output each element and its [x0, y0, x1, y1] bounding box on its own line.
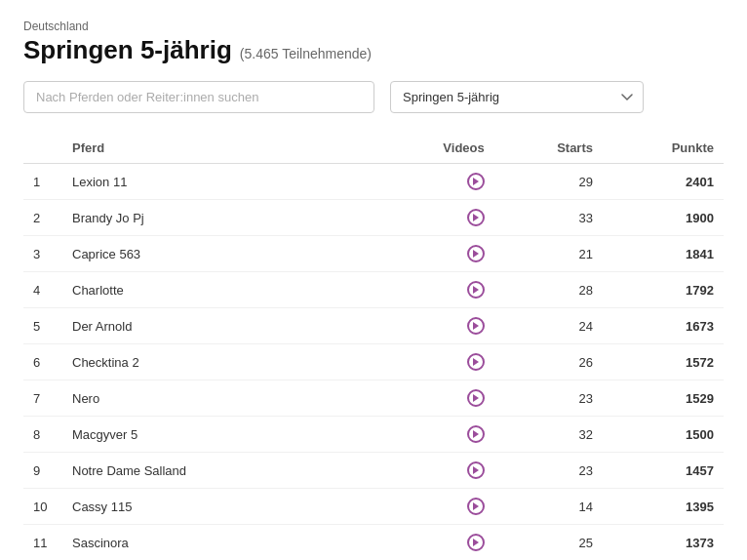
cell-horse-name: Charlotte: [62, 272, 375, 308]
cell-points: 1572: [603, 344, 724, 380]
table-row[interactable]: 5Der Arnold241673: [23, 308, 724, 344]
col-horse: Pferd: [62, 133, 375, 164]
cell-rank: 9: [23, 453, 62, 489]
table-row[interactable]: 6Checktina 2261572: [23, 344, 724, 380]
cell-rank: 4: [23, 272, 62, 308]
cell-video: [375, 453, 494, 489]
cell-video: [375, 380, 494, 417]
cell-points: 2401: [603, 164, 724, 200]
col-points: Punkte: [603, 133, 724, 164]
cell-starts: 21: [494, 236, 603, 272]
video-play-icon[interactable]: [467, 389, 485, 407]
cell-horse-name: Checktina 2: [62, 344, 375, 380]
cell-points: 1457: [603, 453, 724, 489]
video-play-icon[interactable]: [467, 173, 485, 190]
cell-horse-name: Nero: [62, 380, 375, 417]
cell-video: [375, 417, 494, 453]
cell-horse-name: Caprice 563: [62, 236, 375, 272]
cell-video: [375, 489, 494, 525]
cell-points: 1673: [603, 308, 724, 344]
cell-horse-name: Macgyver 5: [62, 417, 375, 453]
cell-rank: 1: [23, 164, 62, 200]
cell-horse-name: Brandy Jo Pj: [62, 200, 375, 236]
cell-rank: 8: [23, 417, 62, 453]
table-row[interactable]: 3Caprice 563211841: [23, 236, 724, 272]
cell-starts: 23: [494, 453, 603, 489]
cell-horse-name: Cassy 115: [62, 489, 375, 525]
cell-horse-name: Lexion 11: [62, 164, 375, 200]
cell-points: 1841: [603, 236, 724, 272]
table-row[interactable]: 9Notre Dame Salland231457: [23, 453, 724, 489]
video-play-icon[interactable]: [467, 353, 485, 371]
col-starts: Starts: [494, 133, 603, 164]
cell-starts: 33: [494, 200, 603, 236]
cell-points: 1792: [603, 272, 724, 308]
video-play-icon[interactable]: [467, 209, 485, 226]
cell-starts: 25: [494, 525, 603, 561]
video-play-icon[interactable]: [467, 461, 485, 479]
cell-starts: 28: [494, 272, 603, 308]
cell-rank: 10: [23, 489, 62, 525]
cell-video: [375, 200, 494, 236]
cell-starts: 26: [494, 344, 603, 380]
page-title: Springen 5-jährig(5.465 Teilnehmende): [23, 35, 724, 65]
cell-video: [375, 272, 494, 308]
cell-starts: 29: [494, 164, 603, 200]
cell-starts: 14: [494, 489, 603, 525]
video-play-icon[interactable]: [467, 425, 485, 443]
video-play-icon[interactable]: [467, 317, 485, 335]
cell-points: 1500: [603, 417, 724, 453]
table-row[interactable]: 1Lexion 11292401: [23, 164, 724, 200]
rankings-table: Pferd Videos Starts Punkte 1Lexion 11292…: [23, 133, 724, 560]
search-input[interactable]: [23, 81, 374, 113]
table-row[interactable]: 11Sascinora251373: [23, 525, 724, 561]
cell-rank: 2: [23, 200, 62, 236]
col-rank: [23, 133, 62, 164]
cell-horse-name: Notre Dame Salland: [62, 453, 375, 489]
video-play-icon[interactable]: [467, 245, 485, 262]
cell-points: 1373: [603, 525, 724, 561]
table-row[interactable]: 7Nero231529: [23, 380, 724, 417]
cell-points: 1900: [603, 200, 724, 236]
filter-select[interactable]: Springen 5-jährig: [390, 81, 644, 113]
cell-video: [375, 525, 494, 561]
table-row[interactable]: 8Macgyver 5321500: [23, 417, 724, 453]
region-label: Deutschland: [23, 20, 724, 33]
cell-rank: 3: [23, 236, 62, 272]
cell-starts: 23: [494, 380, 603, 417]
cell-rank: 7: [23, 380, 62, 417]
table-row[interactable]: 10Cassy 115141395: [23, 489, 724, 525]
cell-points: 1529: [603, 380, 724, 417]
table-row[interactable]: 4Charlotte281792: [23, 272, 724, 308]
cell-horse-name: Der Arnold: [62, 308, 375, 344]
cell-horse-name: Sascinora: [62, 525, 375, 561]
cell-starts: 32: [494, 417, 603, 453]
cell-video: [375, 344, 494, 380]
cell-rank: 5: [23, 308, 62, 344]
video-play-icon[interactable]: [467, 534, 485, 551]
cell-video: [375, 236, 494, 272]
cell-starts: 24: [494, 308, 603, 344]
table-row[interactable]: 2Brandy Jo Pj331900: [23, 200, 724, 236]
cell-points: 1395: [603, 489, 724, 525]
cell-rank: 6: [23, 344, 62, 380]
cell-video: [375, 164, 494, 200]
cell-rank: 11: [23, 525, 62, 561]
video-play-icon[interactable]: [467, 498, 485, 515]
video-play-icon[interactable]: [467, 281, 485, 299]
col-videos: Videos: [375, 133, 494, 164]
cell-video: [375, 308, 494, 344]
controls-bar: Springen 5-jährig: [23, 81, 724, 113]
